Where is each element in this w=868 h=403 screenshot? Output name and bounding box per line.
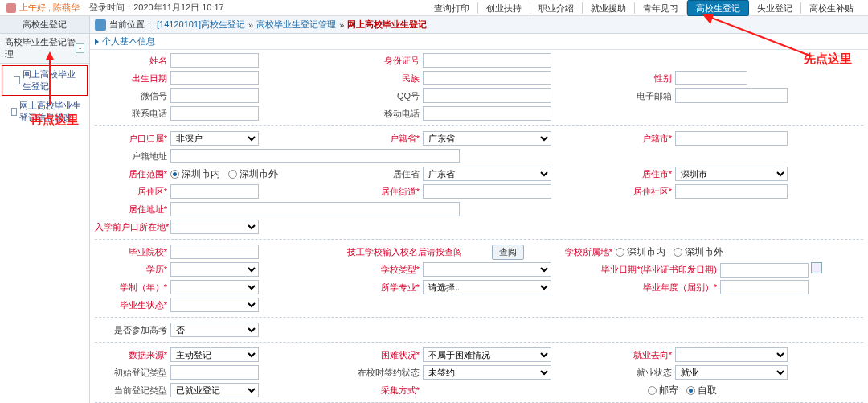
nav-career[interactable]: 职业介绍 xyxy=(530,2,583,14)
top-nav: 查询打印 创业扶持 职业介绍 就业援助 青年见习 高校生登记 失业登记 高校生补… xyxy=(426,0,862,16)
nav-unemploy[interactable]: 失业登记 xyxy=(749,2,801,14)
doc-icon xyxy=(11,108,17,116)
collect-self-radio[interactable] xyxy=(686,386,695,395)
nav-youth[interactable]: 青年见习 xyxy=(635,2,687,14)
nav-query-print[interactable]: 查询打印 xyxy=(426,2,478,14)
crumb-p1[interactable]: 高校毕业生登记管理 xyxy=(256,19,336,31)
location-icon xyxy=(95,19,106,31)
username: 陈燕华 xyxy=(53,2,80,12)
crumb-code[interactable]: [14120101]高校生登记 xyxy=(157,19,245,31)
sidebar-item-modify[interactable]: 网上高校毕业生登记信息修改 xyxy=(0,97,89,126)
jz-prov-select[interactable]: 广东省 xyxy=(423,167,551,181)
nation-select[interactable] xyxy=(423,71,551,85)
gender-input[interactable] xyxy=(675,71,747,85)
nav-startup[interactable]: 创业扶持 xyxy=(478,2,530,14)
lookup-button[interactable]: 查阅 xyxy=(492,245,524,260)
hj-city-select[interactable] xyxy=(675,131,788,146)
greeting-prefix: 上午好 , xyxy=(19,2,51,12)
section-basic-info: 个人基本信息 xyxy=(90,34,868,50)
scope-out-radio[interactable] xyxy=(228,170,237,179)
jz-addr-input[interactable] xyxy=(170,202,460,216)
sidebar: 高校生登记 高校毕业生登记管理 - 网上高校毕业生登记 网上高校毕业生登记信息修… xyxy=(0,16,90,403)
jz-sq-select[interactable] xyxy=(675,184,788,199)
phone-input[interactable] xyxy=(170,106,259,121)
scope-in-radio[interactable] xyxy=(170,170,179,179)
rx-hk-select[interactable] xyxy=(170,220,259,234)
loc-out-radio[interactable] xyxy=(674,248,682,257)
sidebar-group[interactable]: 高校毕业生登记管理 - xyxy=(0,34,89,64)
degree-select[interactable] xyxy=(170,262,259,277)
name-input[interactable] xyxy=(170,53,259,68)
content: 当前位置： [14120101]高校生登记 » 高校毕业生登记管理 » 网上高校… xyxy=(90,16,868,403)
calendar-icon[interactable] xyxy=(811,262,822,273)
dest-select[interactable] xyxy=(675,347,788,362)
src-select[interactable]: 主动登记 xyxy=(170,347,259,362)
grad-year-input[interactable] xyxy=(720,280,809,294)
email-input[interactable] xyxy=(675,88,788,103)
login-time: 登录时间：2020年11月12日 10:17 xyxy=(89,2,224,14)
jz-jd-select[interactable] xyxy=(423,184,551,199)
hj-prov-select[interactable]: 广东省 xyxy=(423,131,551,146)
init-type-input[interactable] xyxy=(170,365,259,380)
emp-status-select[interactable]: 就业 xyxy=(675,365,788,380)
jz-city-select[interactable]: 深圳市 xyxy=(675,167,788,181)
sidebar-title: 高校生登记 xyxy=(0,16,89,34)
hj-addr-input[interactable] xyxy=(170,149,460,163)
major-select[interactable]: 请选择... xyxy=(423,280,551,294)
breadcrumb: 当前位置： [14120101]高校生登记 » 高校毕业生登记管理 » 网上高校… xyxy=(90,16,868,34)
jz-qu-select[interactable] xyxy=(170,184,259,199)
grad-date-input[interactable] xyxy=(720,263,809,278)
mobile-input[interactable] xyxy=(423,106,551,121)
hukou-cat-select[interactable]: 非深户 xyxy=(170,131,259,146)
gaokao-select[interactable]: 否 xyxy=(170,323,259,337)
grad-status-select[interactable] xyxy=(170,298,259,312)
wechat-input[interactable] xyxy=(170,88,259,103)
diff-select[interactable]: 不属于困难情况 xyxy=(423,347,551,362)
years-select[interactable] xyxy=(170,280,259,294)
birth-input[interactable] xyxy=(170,71,259,85)
nav-grad-reg[interactable]: 高校生登记 xyxy=(687,0,749,16)
doc-icon xyxy=(14,76,20,84)
avatar-icon xyxy=(6,3,16,13)
sidebar-item-register[interactable]: 网上高校毕业生登记 xyxy=(2,65,88,96)
greeting: 上午好 , 陈燕华 xyxy=(19,2,80,14)
collapse-icon[interactable]: - xyxy=(76,43,84,53)
sign-select[interactable]: 未签约 xyxy=(423,365,551,380)
crumb-current: 网上高校毕业生登记 xyxy=(347,19,427,31)
qq-input[interactable] xyxy=(423,88,551,103)
top-bar: 上午好 , 陈燕华 登录时间：2020年11月12日 10:17 查询打印 创业… xyxy=(0,0,868,16)
school-input[interactable] xyxy=(170,245,259,259)
nav-subsidy[interactable]: 高校生补贴 xyxy=(801,2,862,14)
loc-in-radio[interactable] xyxy=(616,248,624,257)
collect-mail-radio[interactable] xyxy=(648,386,657,395)
idcard-input[interactable] xyxy=(423,53,551,68)
cur-type-select[interactable]: 已就业登记 xyxy=(170,383,259,397)
school-type-select[interactable] xyxy=(423,262,551,277)
nav-assist[interactable]: 就业援助 xyxy=(583,2,635,14)
